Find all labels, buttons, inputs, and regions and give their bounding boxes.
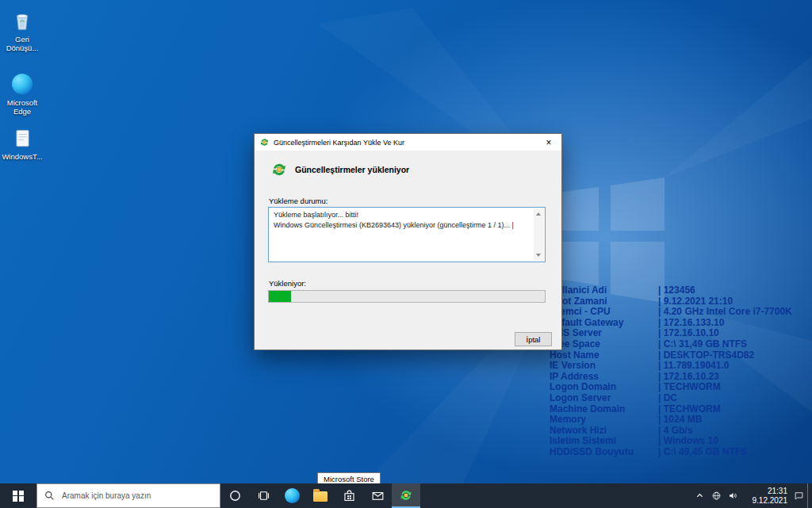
action-center-icon xyxy=(793,490,805,502)
status-line: Yükleme başlatılıyor... bitti! xyxy=(274,210,530,220)
volume-icon xyxy=(727,490,739,502)
bginfo-row: Boot Zamani| 9.12.2021 21:10 xyxy=(550,296,812,307)
bginfo-row: Logon Server| DC xyxy=(550,392,812,403)
tray-expand-button[interactable] xyxy=(691,483,708,508)
bginfo-row: Islemci - CPU| 4.20 GHz Intel Core i7-77… xyxy=(550,306,812,317)
bginfo-row: Free Space| C:\ 31,49 GB NTFS xyxy=(550,338,812,349)
taskbar: 21:31 9.12.2021 xyxy=(0,483,812,508)
icon-label: WindowsT... xyxy=(0,152,44,161)
dialog-body: Güncelleştirmeler yükleniyor Yükleme dur… xyxy=(255,151,561,349)
search-icon xyxy=(44,491,55,501)
file-explorer-button[interactable] xyxy=(306,483,335,508)
status-textarea[interactable]: Yükleme başlatılıyor... bitti! Windows G… xyxy=(268,207,546,262)
cortana-button[interactable] xyxy=(220,483,249,508)
clock-time: 21:31 xyxy=(741,487,787,496)
status-lines: Yükleme başlatılıyor... bitti! Windows G… xyxy=(269,208,545,232)
dialog-title: Güncelleştirmeleri Karşıdan Yükle Ve Kur xyxy=(274,139,536,147)
bginfo-row: Memory| 1024 MB xyxy=(550,414,812,425)
progress-label: Yükleniyor: xyxy=(269,279,306,288)
status-line: Windows Güncelleştirmesi (KB2693643) yük… xyxy=(274,220,530,231)
document-glyph xyxy=(0,125,44,151)
bginfo-row: Logon Domain| TECHWORM xyxy=(550,381,812,392)
folder-icon xyxy=(313,491,327,502)
bginfo-row: IE Version| 11.789.19041.0 xyxy=(550,360,812,371)
volume-button[interactable] xyxy=(725,483,741,508)
status-label: Yükleme durumu: xyxy=(269,197,327,205)
bginfo-panel: Kullanici Adi| 123456 Boot Zamani| 9.12.… xyxy=(550,285,812,457)
windows-logo-icon xyxy=(13,491,24,502)
installer-dialog: Güncelleştirmeleri Karşıdan Yükle Ve Kur… xyxy=(254,133,562,350)
store-taskbar-button[interactable] xyxy=(335,483,363,508)
chevron-up-icon xyxy=(694,490,706,502)
edge-glyph xyxy=(0,71,44,97)
bginfo-row: Host Name| DESKTOP-TRS4D82 xyxy=(550,349,812,361)
search-box[interactable] xyxy=(36,483,220,508)
cortana-icon xyxy=(228,488,243,503)
edge-desktop-icon[interactable]: Microsoft Edge xyxy=(0,71,44,116)
taskbar-clock[interactable]: 21:31 9.12.2021 xyxy=(741,483,791,508)
update-icon xyxy=(259,137,270,147)
network-globe-icon xyxy=(710,490,722,502)
search-input[interactable] xyxy=(60,491,215,501)
bginfo-row: HDD/SSD Bouyutu| C:\ 49,45 GB NTFS xyxy=(550,446,812,457)
installer-taskbar-button[interactable] xyxy=(392,483,420,508)
update-icon-large xyxy=(270,161,288,178)
recycle-bin-icon[interactable]: Geri Dönüşü... xyxy=(0,8,44,52)
clock-date: 9.12.2021 xyxy=(741,496,787,506)
bginfo-row: Isletim Sistemi| Windows 10 xyxy=(550,435,812,446)
mail-taskbar-button[interactable] xyxy=(363,483,392,508)
store-icon xyxy=(342,488,357,503)
recycle-bin-glyph xyxy=(0,8,44,33)
task-view-icon xyxy=(256,488,271,503)
desktop: Geri Dönüşü... Microsoft Edge WindowsT..… xyxy=(0,0,812,508)
edge-icon xyxy=(285,488,300,503)
bginfo-row: IP Address| 172.16.10.23 xyxy=(550,371,812,382)
network-button[interactable] xyxy=(708,483,725,508)
icon-label: Microsoft Edge xyxy=(0,98,44,116)
show-desktop-button[interactable] xyxy=(807,483,812,508)
start-button[interactable] xyxy=(0,483,36,508)
bginfo-row: DNS Server| 172.16.10.10 xyxy=(550,327,812,338)
taskbar-spacer xyxy=(420,483,691,508)
cancel-button[interactable]: İptal xyxy=(515,332,552,346)
bginfo-row: Network Hizi| 4 Gb/s xyxy=(550,425,812,436)
dialog-titlebar[interactable]: Güncelleştirmeleri Karşıdan Yükle Ve Kur… xyxy=(255,134,561,151)
bginfo-row: Default Gateway| 172.16.133.10 xyxy=(550,317,812,328)
installer-icon xyxy=(399,488,413,502)
close-button[interactable]: × xyxy=(536,137,561,148)
progress-bar xyxy=(268,290,546,303)
scrollbar[interactable] xyxy=(534,208,544,261)
edge-taskbar-button[interactable] xyxy=(278,483,306,508)
windows-tool-icon[interactable]: WindowsT... xyxy=(0,125,44,161)
dialog-header-text: Güncelleştirmeler yükleniyor xyxy=(295,165,409,174)
task-view-button[interactable] xyxy=(249,483,278,508)
progress-fill xyxy=(269,291,291,302)
mail-icon xyxy=(370,488,385,503)
bginfo-row: Machine Domain| TECHWORM xyxy=(550,403,812,414)
dialog-header: Güncelleştirmeler yükleniyor xyxy=(270,161,409,178)
bginfo-row: Kullanici Adi| 123456 xyxy=(550,285,812,296)
icon-label: Geri Dönüşü... xyxy=(0,35,44,52)
action-center-button[interactable] xyxy=(791,483,807,508)
